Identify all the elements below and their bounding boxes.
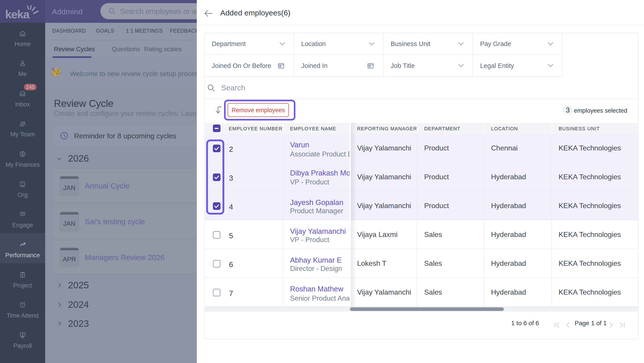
svg-text:keka: keka (5, 8, 30, 20)
